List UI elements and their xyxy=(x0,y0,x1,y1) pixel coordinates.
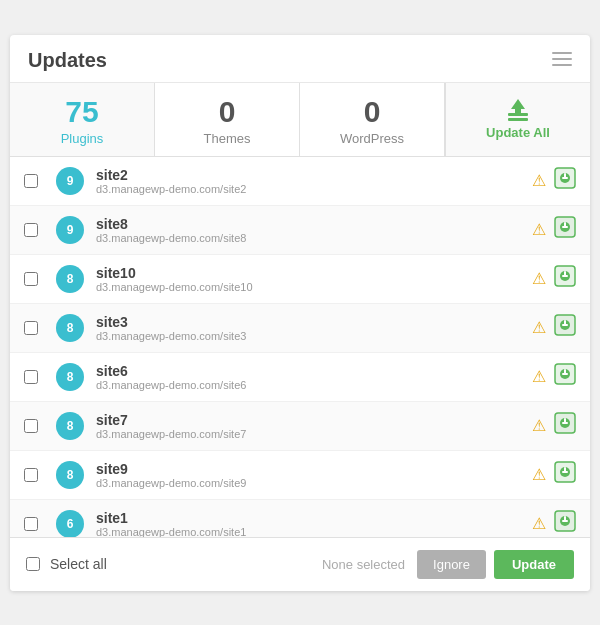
site-badge: 9 xyxy=(56,167,84,195)
svg-rect-2 xyxy=(552,64,572,66)
stats-bar: 75 Plugins 0 Themes 0 WordPress Update A… xyxy=(10,83,590,157)
warning-icon: ⚠ xyxy=(532,269,546,288)
menu-icon[interactable] xyxy=(552,50,572,71)
site-badge: 8 xyxy=(56,363,84,391)
site-action-icon[interactable] xyxy=(554,265,576,292)
site-action-icon[interactable] xyxy=(554,167,576,194)
site-action-icon[interactable] xyxy=(554,510,576,537)
table-row: 9 site2 d3.managewp-demo.com/site2 ⚠ xyxy=(10,157,590,206)
site-info: site7 d3.managewp-demo.com/site7 xyxy=(96,412,524,440)
site-url: d3.managewp-demo.com/site2 xyxy=(96,183,524,195)
table-row: 8 site3 d3.managewp-demo.com/site3 ⚠ xyxy=(10,304,590,353)
site-badge: 8 xyxy=(56,314,84,342)
wordpress-label: WordPress xyxy=(308,131,436,146)
site-action-icon[interactable] xyxy=(554,461,576,488)
site-name: site2 xyxy=(96,167,524,183)
site-info: site9 d3.managewp-demo.com/site9 xyxy=(96,461,524,489)
site-action-icon[interactable] xyxy=(554,216,576,243)
svg-rect-30 xyxy=(562,373,568,375)
row-checkbox[interactable] xyxy=(24,419,38,433)
svg-rect-35 xyxy=(562,422,568,424)
plugins-label: Plugins xyxy=(18,131,146,146)
table-row: 9 site8 d3.managewp-demo.com/site8 ⚠ xyxy=(10,206,590,255)
select-all-label: Select all xyxy=(50,556,322,572)
panel-header: Updates xyxy=(10,35,590,83)
row-checkbox[interactable] xyxy=(24,370,38,384)
svg-rect-1 xyxy=(552,58,572,60)
stat-wordpress[interactable]: 0 WordPress xyxy=(300,83,445,156)
update-all-button[interactable]: Update All xyxy=(445,83,590,156)
svg-rect-25 xyxy=(562,324,568,326)
warning-icon: ⚠ xyxy=(532,416,546,435)
site-info: site10 d3.managewp-demo.com/site10 xyxy=(96,265,524,293)
table-row: 8 site9 d3.managewp-demo.com/site9 ⚠ xyxy=(10,451,590,500)
warning-icon: ⚠ xyxy=(532,171,546,190)
table-row: 6 site1 d3.managewp-demo.com/site1 ⚠ xyxy=(10,500,590,537)
site-name: site3 xyxy=(96,314,524,330)
upload-icon xyxy=(505,99,531,123)
site-badge: 6 xyxy=(56,510,84,537)
site-url: d3.managewp-demo.com/site9 xyxy=(96,477,524,489)
wordpress-count: 0 xyxy=(308,97,436,127)
row-checkbox[interactable] xyxy=(24,321,38,335)
svg-rect-40 xyxy=(562,471,568,473)
table-row: 8 site6 d3.managewp-demo.com/site6 ⚠ xyxy=(10,353,590,402)
page-title: Updates xyxy=(28,49,107,72)
row-checkbox[interactable] xyxy=(24,174,38,188)
row-checkbox-wrap xyxy=(24,223,46,237)
site-url: d3.managewp-demo.com/site8 xyxy=(96,232,524,244)
site-action-icon[interactable] xyxy=(554,412,576,439)
warning-icon: ⚠ xyxy=(532,514,546,533)
svg-rect-10 xyxy=(562,177,568,179)
stat-plugins[interactable]: 75 Plugins xyxy=(10,83,155,156)
site-url: d3.managewp-demo.com/site7 xyxy=(96,428,524,440)
site-info: site2 d3.managewp-demo.com/site2 xyxy=(96,167,524,195)
update-button[interactable]: Update xyxy=(494,550,574,579)
svg-marker-5 xyxy=(511,99,525,114)
svg-rect-45 xyxy=(562,520,568,522)
site-info: site3 d3.managewp-demo.com/site3 xyxy=(96,314,524,342)
svg-rect-4 xyxy=(508,118,528,121)
svg-rect-20 xyxy=(562,275,568,277)
row-checkbox-wrap xyxy=(24,321,46,335)
row-checkbox[interactable] xyxy=(24,223,38,237)
row-checkbox[interactable] xyxy=(24,468,38,482)
site-url: d3.managewp-demo.com/site10 xyxy=(96,281,524,293)
site-action-icon[interactable] xyxy=(554,314,576,341)
site-name: site8 xyxy=(96,216,524,232)
table-row: 8 site10 d3.managewp-demo.com/site10 ⚠ xyxy=(10,255,590,304)
site-badge: 8 xyxy=(56,265,84,293)
site-name: site10 xyxy=(96,265,524,281)
footer: Select all None selected Ignore Update xyxy=(10,537,590,591)
warning-icon: ⚠ xyxy=(532,465,546,484)
row-checkbox[interactable] xyxy=(24,517,38,531)
ignore-button[interactable]: Ignore xyxy=(417,550,486,579)
row-checkbox-wrap xyxy=(24,370,46,384)
site-badge: 8 xyxy=(56,412,84,440)
warning-icon: ⚠ xyxy=(532,318,546,337)
row-checkbox-wrap xyxy=(24,517,46,531)
site-name: site1 xyxy=(96,510,524,526)
site-badge: 9 xyxy=(56,216,84,244)
plugins-count: 75 xyxy=(18,97,146,127)
warning-icon: ⚠ xyxy=(532,367,546,386)
row-checkbox-wrap xyxy=(24,272,46,286)
row-checkbox-wrap xyxy=(24,468,46,482)
site-url: d3.managewp-demo.com/site6 xyxy=(96,379,524,391)
themes-count: 0 xyxy=(163,97,291,127)
select-all-checkbox[interactable] xyxy=(26,557,40,571)
site-badge: 8 xyxy=(56,461,84,489)
site-name: site9 xyxy=(96,461,524,477)
site-info: site1 d3.managewp-demo.com/site1 xyxy=(96,510,524,537)
site-list: 9 site2 d3.managewp-demo.com/site2 ⚠ 9 xyxy=(10,157,590,537)
row-checkbox[interactable] xyxy=(24,272,38,286)
updates-panel: Updates 75 Plugins 0 Themes 0 WordPress xyxy=(10,35,590,591)
stat-themes[interactable]: 0 Themes xyxy=(155,83,300,156)
none-selected-label: None selected xyxy=(322,557,405,572)
themes-label: Themes xyxy=(163,131,291,146)
site-name: site7 xyxy=(96,412,524,428)
site-action-icon[interactable] xyxy=(554,363,576,390)
table-row: 8 site7 d3.managewp-demo.com/site7 ⚠ xyxy=(10,402,590,451)
svg-rect-15 xyxy=(562,226,568,228)
svg-rect-0 xyxy=(552,52,572,54)
